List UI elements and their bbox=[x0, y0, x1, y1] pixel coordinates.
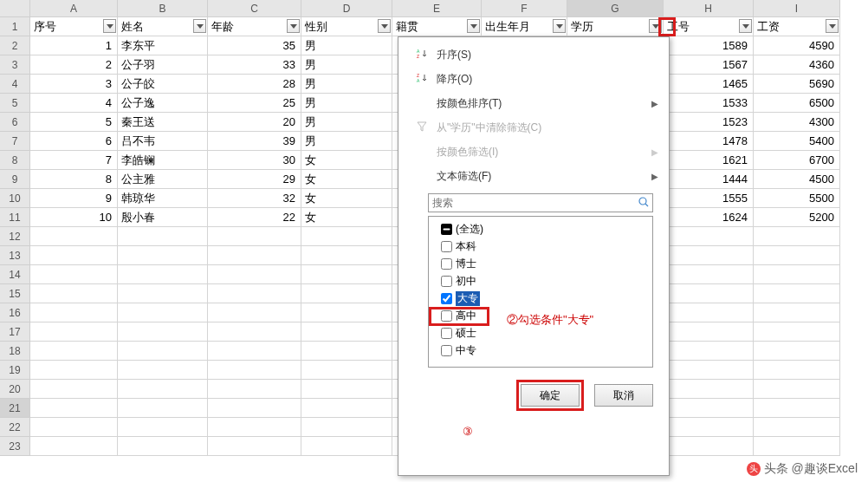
sort-asc[interactable]: AZ 升序(S) bbox=[398, 42, 669, 67]
cell-A20[interactable] bbox=[30, 380, 118, 399]
cell-C22[interactable] bbox=[208, 418, 301, 437]
cell-C9[interactable]: 29 bbox=[208, 170, 301, 189]
cell-C16[interactable] bbox=[208, 303, 301, 322]
cell-D9[interactable]: 女 bbox=[301, 170, 392, 189]
cell-I8[interactable]: 6700 bbox=[754, 151, 840, 170]
filter-F[interactable] bbox=[553, 19, 566, 33]
cell-I9[interactable]: 4500 bbox=[754, 170, 840, 189]
checkbox-opt-3[interactable] bbox=[441, 293, 452, 304]
cell-D23[interactable] bbox=[301, 437, 392, 456]
cell-B22[interactable] bbox=[118, 418, 208, 437]
cell-H22[interactable] bbox=[664, 418, 754, 437]
row-head-23[interactable]: 23 bbox=[0, 437, 30, 456]
cell-H18[interactable] bbox=[664, 342, 754, 361]
cell-A11[interactable]: 10 bbox=[30, 208, 118, 227]
cell-D11[interactable]: 女 bbox=[301, 208, 392, 227]
row-head-17[interactable]: 17 bbox=[0, 322, 30, 342]
cell-C2[interactable]: 35 bbox=[208, 36, 301, 55]
filter-opt-all[interactable]: (全选) document.currentScript.previousElem… bbox=[432, 220, 649, 238]
header-cell-C[interactable]: 年龄 bbox=[208, 17, 301, 36]
cell-B3[interactable]: 公子羽 bbox=[118, 55, 208, 75]
row-head-21[interactable]: 21 bbox=[0, 399, 30, 418]
cell-B16[interactable] bbox=[118, 303, 208, 322]
cell-D3[interactable]: 男 bbox=[301, 55, 392, 75]
cell-D7[interactable]: 男 bbox=[301, 132, 392, 151]
header-cell-H[interactable]: 工号 bbox=[664, 17, 754, 36]
cell-C3[interactable]: 33 bbox=[208, 55, 301, 75]
cell-D2[interactable]: 男 bbox=[301, 36, 392, 55]
header-cell-G[interactable]: 学历 bbox=[567, 17, 664, 36]
cancel-button[interactable]: 取消 bbox=[594, 384, 653, 407]
cell-C4[interactable]: 28 bbox=[208, 75, 301, 94]
sort-desc[interactable]: ZA 降序(O) bbox=[398, 67, 669, 91]
filter-opt-1[interactable]: 博士 bbox=[432, 255, 649, 272]
cell-D5[interactable]: 男 bbox=[301, 94, 392, 113]
cell-H16[interactable] bbox=[664, 303, 754, 322]
cell-H9[interactable]: 1444 bbox=[664, 170, 754, 189]
filter-opt-3[interactable]: 大专 bbox=[432, 290, 649, 307]
header-cell-D[interactable]: 性别 bbox=[301, 17, 392, 36]
cell-I5[interactable]: 6500 bbox=[754, 94, 840, 113]
filter-G[interactable] bbox=[649, 19, 662, 33]
cell-B5[interactable]: 公子逸 bbox=[118, 94, 208, 113]
cell-H13[interactable] bbox=[664, 246, 754, 265]
cell-A13[interactable] bbox=[30, 246, 118, 265]
cell-H14[interactable] bbox=[664, 265, 754, 284]
cell-A19[interactable] bbox=[30, 361, 118, 380]
cell-B11[interactable]: 殷小春 bbox=[118, 208, 208, 227]
cell-A8[interactable]: 7 bbox=[30, 151, 118, 170]
header-cell-A[interactable]: 序号 bbox=[30, 17, 118, 36]
cell-C7[interactable]: 39 bbox=[208, 132, 301, 151]
cell-H7[interactable]: 1478 bbox=[664, 132, 754, 151]
cell-C15[interactable] bbox=[208, 284, 301, 303]
cell-D14[interactable] bbox=[301, 265, 392, 284]
row-head-5[interactable]: 5 bbox=[0, 94, 30, 113]
cell-H2[interactable]: 1589 bbox=[664, 36, 754, 55]
cell-B7[interactable]: 吕不韦 bbox=[118, 132, 208, 151]
ok-button[interactable]: 确定 bbox=[521, 384, 580, 407]
row-head-14[interactable]: 14 bbox=[0, 265, 30, 284]
cell-D18[interactable] bbox=[301, 342, 392, 361]
cell-B6[interactable]: 秦王送 bbox=[118, 113, 208, 132]
cell-H17[interactable] bbox=[664, 322, 754, 342]
cell-I19[interactable] bbox=[754, 361, 840, 380]
cell-I20[interactable] bbox=[754, 380, 840, 399]
cell-A21[interactable] bbox=[30, 399, 118, 418]
cell-H10[interactable]: 1555 bbox=[664, 189, 754, 208]
cell-I17[interactable] bbox=[754, 322, 840, 342]
cell-I11[interactable]: 5200 bbox=[754, 208, 840, 227]
cell-B21[interactable] bbox=[118, 399, 208, 418]
cell-I4[interactable]: 5690 bbox=[754, 75, 840, 94]
header-cell-E[interactable]: 籍贯 bbox=[392, 17, 482, 36]
cell-B4[interactable]: 公子皎 bbox=[118, 75, 208, 94]
col-head-A[interactable]: A bbox=[30, 0, 118, 17]
cell-A10[interactable]: 9 bbox=[30, 189, 118, 208]
filter-E[interactable] bbox=[467, 19, 480, 33]
select-all-corner[interactable] bbox=[0, 0, 30, 17]
cell-I3[interactable]: 4360 bbox=[754, 55, 840, 75]
row-head-8[interactable]: 8 bbox=[0, 151, 30, 170]
header-cell-F[interactable]: 出生年月 bbox=[482, 17, 567, 36]
cell-H15[interactable] bbox=[664, 284, 754, 303]
row-head-2[interactable]: 2 bbox=[0, 36, 30, 55]
cell-I2[interactable]: 4590 bbox=[754, 36, 840, 55]
filter-B[interactable] bbox=[193, 19, 206, 33]
cell-A12[interactable] bbox=[30, 227, 118, 246]
cell-D6[interactable]: 男 bbox=[301, 113, 392, 132]
cell-I22[interactable] bbox=[754, 418, 840, 437]
cell-H23[interactable] bbox=[664, 437, 754, 456]
filter-H[interactable] bbox=[739, 19, 752, 33]
filter-search-input[interactable] bbox=[428, 193, 653, 212]
row-head-6[interactable]: 6 bbox=[0, 113, 30, 132]
cell-D4[interactable]: 男 bbox=[301, 75, 392, 94]
checkbox-opt-1[interactable] bbox=[441, 258, 452, 270]
cell-C11[interactable]: 22 bbox=[208, 208, 301, 227]
col-head-E[interactable]: E bbox=[392, 0, 482, 17]
col-head-B[interactable]: B bbox=[118, 0, 208, 17]
cell-I15[interactable] bbox=[754, 284, 840, 303]
cell-I16[interactable] bbox=[754, 303, 840, 322]
cell-B15[interactable] bbox=[118, 284, 208, 303]
cell-B19[interactable] bbox=[118, 361, 208, 380]
text-filter[interactable]: 文本筛选(F) ▶ bbox=[398, 164, 669, 188]
filter-opt-0[interactable]: 本科 bbox=[432, 238, 649, 255]
